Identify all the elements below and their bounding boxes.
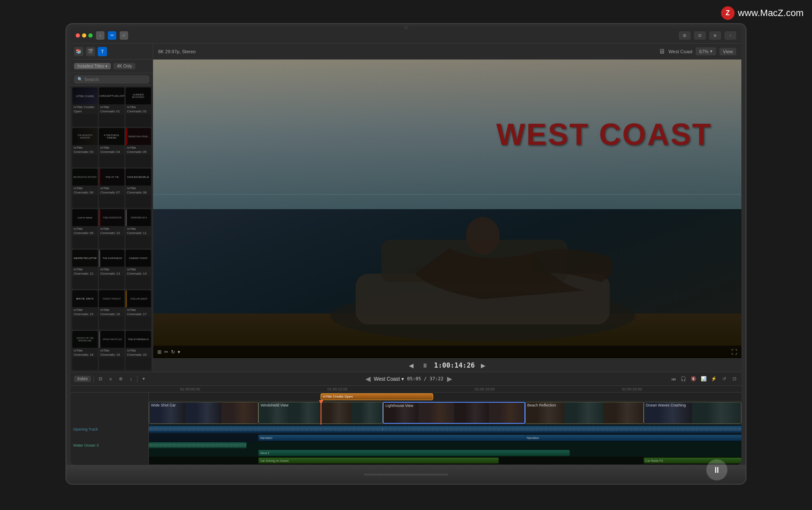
fullscreen-button[interactable]: [88, 33, 93, 38]
title-clip[interactable]: mTitle Credits Open: [321, 393, 433, 400]
installed-titles-filter[interactable]: Installed Titles ▾: [74, 63, 111, 69]
titles-icon[interactable]: T: [98, 47, 107, 56]
car-radio-clip[interactable]: Car Radio FX: [644, 458, 741, 464]
title-card-cinematic-09[interactable]: Lost in future mTitle Cinematic 09: [72, 209, 98, 248]
title-card-cinematic-05[interactable]: BASED ON A TRUE... mTitle Cinematic 05: [126, 128, 151, 167]
wind-clip[interactable]: Wind 2: [258, 450, 570, 456]
sfx-track-content: Car Driving on Gravel Car Radio FX: [149, 457, 741, 464]
audio-lanes-icon[interactable]: ≡: [107, 375, 114, 383]
layout-btn-2[interactable]: ⊟: [694, 31, 706, 40]
sequence-name[interactable]: West Coast ▾: [374, 376, 404, 382]
next-frame-btn[interactable]: ▶: [478, 361, 488, 370]
title-card-cinematic-11[interactable]: FRONTIER OF A mTitle Cinematic 11: [126, 209, 151, 248]
transform-icon[interactable]: ↻: [171, 349, 175, 355]
narration-clip-1[interactable]: Narration: [258, 435, 525, 441]
title-card-cinematic-04[interactable]: A TRUTHFUL FRIEND mTitle Cinematic 04: [99, 128, 124, 167]
viewer-fullscreen-icon[interactable]: ⛶: [731, 349, 737, 355]
blade-tool[interactable]: ▾: [140, 375, 148, 383]
title-card-cinematic-02[interactable]: SUMMER MYSTERY mTitle Cinematic 02: [126, 87, 151, 127]
pause-icon: ⏸: [713, 465, 721, 475]
video-background: WEST COAST: [153, 60, 741, 358]
render-status-icon[interactable]: ↺: [720, 375, 728, 383]
resolution-info: 8K 29.97p, Stereo: [158, 49, 196, 54]
roles-icon[interactable]: ⊕: [117, 375, 124, 383]
title-bar-left: ↓ ✂ ✓: [76, 31, 128, 40]
title-card-cinematic-06[interactable]: RECREATIVE HISTORY mTitle Cinematic 06: [72, 169, 98, 208]
4k-only-filter[interactable]: 4K Only: [113, 63, 135, 69]
clip-view-icon[interactable]: ⊟: [96, 375, 104, 383]
water-track-content: [149, 442, 741, 449]
search-input[interactable]: [84, 77, 146, 82]
skip-back-icon[interactable]: ⏮: [669, 375, 677, 383]
minimize-button[interactable]: [82, 33, 86, 38]
water-clip[interactable]: [149, 442, 247, 448]
crop-icon[interactable]: ✂: [164, 349, 168, 355]
clip-height-icon[interactable]: ↕: [127, 375, 134, 383]
west-coast-title: WEST COAST: [496, 119, 712, 150]
video-preview: WEST COAST ⊞ ✂ ↻ ▾: [153, 60, 741, 358]
timeline-nav-center: ◀ West Coast ▾ 05:05 / 37:22 ▶: [150, 375, 667, 383]
narration-track-content: Narration Narration: [149, 434, 741, 442]
clip-wide-shot-car[interactable]: Wide Shot Car: [149, 402, 258, 424]
close-button[interactable]: [76, 33, 80, 38]
play-pause-btn[interactable]: ⏸: [420, 361, 431, 370]
clip-ocean-waves[interactable]: Ocean Waves Crashing: [644, 402, 741, 424]
zoom-control[interactable]: 67% ▾: [696, 47, 716, 55]
title-card-cinematic-18[interactable]: GHOSTS OF THE MARSHLAND mTitle Cinematic…: [72, 331, 98, 370]
title-track-row: mTitle Credits Open: [71, 393, 741, 401]
title-card-cinematic-12[interactable]: UNEXPECTED LETTER mTitle Cinematic 12: [72, 250, 98, 289]
clip-label-ocean: Ocean Waves Crashing: [646, 403, 686, 407]
mute-icon[interactable]: 🔇: [690, 375, 697, 383]
title-card-cinematic-07[interactable]: RISE OF THE mTitle Cinematic 07: [99, 169, 124, 208]
title-card-cinematic-03[interactable]: THE MAJESTIC WARRIOR mTitle Cinematic 03: [72, 128, 98, 167]
title-card-cinematic-13[interactable]: THE DARKNESS mTitle Cinematic 13: [99, 250, 124, 289]
title-card-cinematic-14[interactable]: CINEMA TODAY mTitle Cinematic 14: [126, 250, 151, 289]
clip-label-windshield: Windshield View: [261, 403, 288, 407]
water-track-label: Water Ocean 3: [73, 443, 99, 447]
title-card-cinematic-10[interactable]: TIME DARRINTION mTitle Cinematic 10: [99, 209, 124, 248]
clip-lighthouse-view[interactable]: Lighthouse View: [383, 402, 525, 424]
clip-label-lighthouse: Lighthouse View: [385, 404, 413, 408]
timeline-ruler: 01:00:05:00 01:00:10:00 01:00:15:00 01:0…: [71, 386, 741, 393]
wind-track-row: Wind 2: [71, 449, 741, 457]
audio-meter-icon[interactable]: 📊: [700, 375, 708, 383]
narration-track-row: Narration Narration: [71, 434, 741, 442]
title-card-cinematic-17[interactable]: STELLAR QUEST mTitle Cinematic 17: [126, 290, 151, 330]
timeline-options-icon[interactable]: ⊡: [730, 375, 738, 383]
library-icon[interactable]: 📚: [74, 47, 83, 56]
scroll-right-btn[interactable]: ▶: [447, 375, 452, 383]
scroll-left-btn[interactable]: ◀: [365, 375, 370, 383]
narration-clip-2[interactable]: Narration: [525, 435, 741, 441]
prev-frame-btn[interactable]: ◀: [406, 361, 416, 370]
layout-btn-3[interactable]: ⊕: [709, 31, 721, 40]
pause-button-overlay[interactable]: ⏸: [706, 459, 727, 480]
effects-on-icon[interactable]: ⚡: [710, 375, 718, 383]
layout-btn-1[interactable]: ⊞: [679, 31, 691, 40]
clip-beach-reflection[interactable]: Beach Reflection: [525, 402, 644, 424]
cut-icon[interactable]: ✂: [108, 31, 116, 40]
car-gravel-clip[interactable]: Car Driving on Gravel: [258, 458, 498, 464]
title-card-credits-open[interactable]: mTitle Credits mTitle Credits Open: [72, 87, 98, 127]
viewer-toolbar: 8K 29.97p, Stereo 🖥 West Coast 67% ▾ Vie…: [153, 44, 741, 60]
ruler-tick-4: 01:00:20:00: [622, 386, 642, 392]
share-button[interactable]: ↑: [724, 31, 736, 40]
import-icon[interactable]: ↓: [96, 31, 104, 40]
viewer-toolbar-right: 🖥 West Coast 67% ▾ View: [658, 47, 736, 55]
effects-icon[interactable]: ▾: [178, 349, 180, 355]
viewer-overlay-controls: ⊞ ✂ ↻ ▾ ⛶: [153, 346, 741, 358]
audio-clip-opening-2[interactable]: [383, 426, 741, 433]
zoom-in-icon[interactable]: ⊞: [157, 349, 162, 355]
check-icon[interactable]: ✓: [120, 31, 128, 40]
title-card-cinematic-08[interactable]: UNKNOWABLE mTitle Cinematic 08: [126, 169, 151, 208]
headphones-icon[interactable]: 🎧: [680, 375, 687, 383]
title-card-cinematic-15[interactable]: WHITE ONYX mTitle Cinematic 15: [72, 290, 98, 330]
title-card-cinematic-16[interactable]: TARGET PURSUIT mTitle Cinematic 16: [99, 290, 124, 330]
view-button[interactable]: View: [719, 48, 736, 55]
title-track-content: mTitle Credits Open: [149, 393, 741, 401]
index-button[interactable]: Index: [74, 376, 91, 382]
title-card-cinematic-20[interactable]: THE ETHEREALS mTitle Cinematic 20: [126, 331, 151, 370]
photo-icon[interactable]: 🎬: [86, 47, 95, 56]
title-card-cinematic-01[interactable]: CONCEPTUALIST mTitle Cinematic 01: [99, 87, 124, 127]
title-card-cinematic-19[interactable]: SPACE PARTICLES mTitle Cinematic 19: [99, 331, 124, 370]
clip-label-beach: Beach Reflection: [527, 403, 556, 407]
